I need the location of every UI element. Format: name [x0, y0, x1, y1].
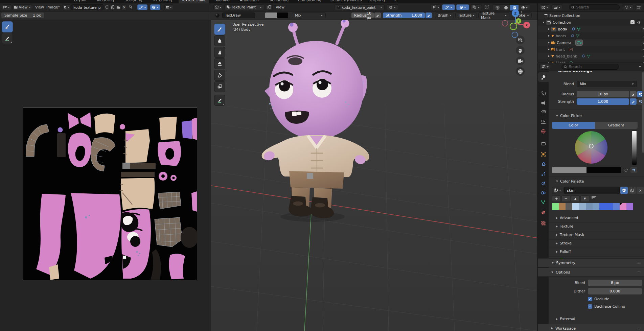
viewport-editor-type-button[interactable]	[213, 4, 223, 10]
tab-modifiers[interactable]	[538, 160, 549, 169]
tab-physics[interactable]	[538, 179, 549, 188]
annotate-tool-button[interactable]	[2, 33, 13, 44]
palette-swatch[interactable]	[613, 203, 620, 210]
properties-scrollbar[interactable]	[642, 72, 644, 153]
draw-tool-button[interactable]	[214, 24, 225, 35]
color-picker-section[interactable]: Color Picker	[556, 114, 582, 118]
uv-texture-canvas[interactable]	[23, 108, 197, 280]
texture-section[interactable]: Texture	[556, 224, 573, 229]
active-camera-data-icon[interactable]	[575, 40, 583, 46]
tab-scene[interactable]	[538, 117, 549, 126]
value-slider[interactable]	[632, 131, 637, 165]
tab-rendering[interactable]: Rendering	[267, 0, 292, 3]
outliner-row-camera[interactable]: Camera	[538, 39, 644, 46]
palette-swatch-selected[interactable]	[620, 203, 626, 210]
secondary-color-swatch[interactable]	[277, 13, 288, 18]
swap-colors-icon[interactable]	[624, 168, 628, 173]
blend-dropdown[interactable]: Mix	[577, 81, 637, 87]
palette-swatch[interactable]	[593, 203, 599, 210]
image-editor-mode-dropdown[interactable]: View	[13, 4, 32, 10]
occlude-row[interactable]: ✓Occlude	[588, 297, 610, 301]
unlink-image-button[interactable]: ×	[121, 4, 127, 10]
palette-swatch[interactable]	[566, 203, 572, 210]
background-color[interactable]	[586, 167, 621, 173]
brush-name-field[interactable]: TexDraw	[222, 13, 255, 18]
outliner-filter-funnel[interactable]	[623, 4, 633, 10]
expand-icon[interactable]	[548, 48, 550, 50]
browse-palette-button[interactable]	[552, 187, 564, 194]
viewport-annotate-tool-button[interactable]	[214, 95, 225, 106]
properties-search-input[interactable]	[568, 64, 617, 69]
strength-pressure-button[interactable]	[426, 13, 432, 18]
panel-grip[interactable]: ::::	[637, 271, 642, 274]
tab-collection-props[interactable]	[538, 139, 549, 148]
palette-swatch[interactable]	[579, 203, 586, 210]
radius-pressure-button[interactable]	[630, 91, 637, 97]
tab-layout[interactable]: Layout	[71, 0, 90, 3]
object-visibility-dropdown[interactable]	[431, 4, 441, 10]
color-animate-decorator[interactable]	[630, 167, 637, 173]
palette-swatch[interactable]	[626, 203, 633, 210]
outliner-row-light[interactable]: Light	[538, 60, 644, 63]
viewport-canvas[interactable]	[211, 20, 538, 331]
tab-constraints[interactable]	[538, 188, 549, 197]
show-overlays-toggle[interactable]	[456, 4, 469, 10]
outliner-row-front[interactable]: front	[538, 46, 644, 53]
pin-icon[interactable]	[129, 5, 133, 10]
outliner-search-input[interactable]	[576, 5, 617, 10]
outliner-row-collection[interactable]: Collection ✓	[538, 19, 644, 26]
outliner-filter-dropdown[interactable]	[552, 4, 562, 10]
hide-eye-icon[interactable]	[637, 21, 642, 24]
occlude-checkbox[interactable]: ✓	[588, 297, 592, 301]
browse-image-button[interactable]	[63, 4, 71, 10]
unlink-palette-button[interactable]: ×	[637, 187, 644, 194]
open-image-button[interactable]	[116, 4, 121, 10]
tab-uv-editing[interactable]: UV Editing	[150, 0, 175, 3]
brush-popover[interactable]: Brush	[435, 13, 454, 18]
exclude-checkbox[interactable]: ✓	[630, 20, 635, 24]
render-region-button[interactable]	[483, 4, 491, 10]
tab-animation[interactable]: Animation	[237, 0, 262, 3]
new-collection-button[interactable]	[635, 4, 642, 10]
palette-fake-user-button[interactable]	[620, 187, 628, 194]
palette-swatch[interactable]	[599, 203, 606, 210]
paint-slot-icon-button[interactable]	[266, 4, 273, 10]
clone-tool-button[interactable]	[214, 58, 225, 69]
color-palette-section[interactable]: Color Palette	[556, 179, 584, 184]
uv-gizmo-toggle[interactable]	[137, 4, 147, 10]
image-pin-dropdown[interactable]	[164, 4, 173, 10]
closed-eye-icon[interactable]	[642, 55, 644, 58]
expand-icon[interactable]	[548, 35, 550, 37]
palette-add-button[interactable]: +	[552, 195, 561, 202]
image-image-menu[interactable]: Image*	[45, 4, 62, 10]
zoom-button[interactable]	[516, 36, 525, 44]
palette-swatch[interactable]	[572, 203, 579, 210]
duplicate-palette-button[interactable]	[628, 187, 636, 194]
color-swatch-pair[interactable]	[265, 13, 288, 18]
texture-popover[interactable]: Texture	[455, 13, 477, 18]
expand-icon[interactable]	[548, 62, 550, 63]
primary-color-swatch[interactable]	[265, 13, 277, 18]
smear-tool-button[interactable]	[214, 47, 225, 58]
outliner-display-mode[interactable]	[540, 4, 550, 10]
active-brush-icon[interactable]	[215, 13, 220, 18]
fake-user-shield-button[interactable]	[104, 4, 110, 10]
palette-move-down-button[interactable]: ▼	[580, 195, 589, 202]
expand-icon[interactable]	[548, 55, 550, 57]
palette-name-field[interactable]: skin	[564, 187, 620, 194]
panel-grip[interactable]: ::::	[637, 261, 642, 264]
dither-field[interactable]: 0.000	[588, 288, 642, 294]
backface-row[interactable]: ✓Backface Culling	[588, 304, 625, 309]
palette-swatch[interactable]	[552, 203, 559, 210]
blend-mode-dropdown[interactable]: Mix	[292, 13, 326, 18]
outliner-row-boots[interactable]: boots	[538, 32, 644, 39]
tab-world[interactable]	[538, 126, 549, 136]
tab-object[interactable]	[538, 149, 549, 159]
expand-icon[interactable]	[548, 28, 550, 30]
color-tab[interactable]: Color	[552, 122, 595, 129]
stroke-section[interactable]: Stroke	[556, 241, 572, 245]
image-name-field[interactable]: koda_texture_paint	[71, 4, 104, 10]
tab-view-layer[interactable]	[538, 108, 549, 117]
sample-tool-button[interactable]	[2, 21, 13, 32]
properties-search[interactable]	[561, 64, 619, 70]
